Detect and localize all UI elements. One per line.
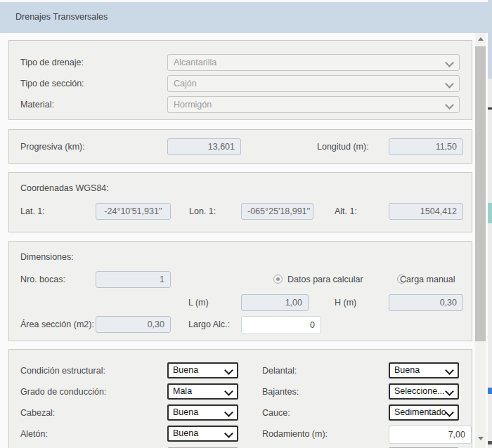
section-condicion: Condición estructural: Buena Delantal: B… bbox=[8, 349, 472, 448]
outer-scrollbar-strip[interactable] bbox=[488, 0, 492, 448]
largo-alc-input[interactable] bbox=[241, 316, 321, 334]
section-progresiva: Progresiva (km): 13,601 Longitud (m): 11… bbox=[8, 129, 472, 164]
chevron-down-icon bbox=[224, 387, 233, 396]
scroll-down-button[interactable] bbox=[475, 433, 486, 444]
scroll-down-icon bbox=[478, 437, 484, 440]
nro-bocas-field[interactable]: 1 bbox=[96, 271, 171, 288]
tipo-drenaje-value: Alcantarilla bbox=[174, 58, 216, 67]
l-field[interactable]: 1,00 bbox=[241, 294, 309, 311]
section-coordenadas: Coordenadas WGS84: Lat. 1: -24°10'51,931… bbox=[8, 172, 472, 232]
dimensiones-title: Dimensiones: bbox=[20, 252, 74, 262]
coordenadas-title: Coordenadas WGS84: bbox=[20, 183, 109, 193]
bajantes-value: Seleccione... bbox=[394, 386, 445, 396]
condicion-estructural-select[interactable]: Buena bbox=[167, 362, 238, 378]
lat-label: Lat. 1: bbox=[20, 203, 45, 220]
h-label: H (m) bbox=[335, 294, 356, 311]
area-seccion-field[interactable]: 0,30 bbox=[96, 316, 171, 333]
longitud-label: Longitud (m): bbox=[317, 138, 369, 155]
cabezal-select[interactable]: Buena bbox=[167, 404, 238, 421]
l-label: L (m) bbox=[188, 294, 209, 311]
strip-top-segment bbox=[488, 0, 492, 79]
strip-bottom-arrow bbox=[488, 441, 492, 444]
h-field[interactable]: 0,30 bbox=[389, 294, 463, 311]
material-label: Material: bbox=[20, 96, 54, 113]
tipo-drenaje-dropdown[interactable]: Alcantarilla bbox=[167, 54, 460, 71]
rodamiento-input[interactable] bbox=[389, 426, 472, 444]
alt-label: Alt. 1: bbox=[335, 203, 357, 220]
tipo-seccion-label: Tipo de sección: bbox=[20, 75, 84, 92]
grado-conduccion-label: Grado de conducción: bbox=[20, 383, 106, 400]
radio-datos-para-calcular[interactable] bbox=[273, 275, 283, 284]
area-seccion-label: Área sección (m2): bbox=[20, 316, 94, 333]
grado-conduccion-select[interactable]: Mala bbox=[167, 383, 238, 400]
longitud-field[interactable]: 11,50 bbox=[389, 138, 463, 155]
material-dropdown[interactable]: Hormigón bbox=[167, 96, 460, 113]
strip-teal-mark bbox=[488, 203, 492, 223]
delantal-select[interactable]: Buena bbox=[389, 362, 459, 378]
scrollbar-thumb[interactable] bbox=[475, 46, 486, 341]
lat-field[interactable]: -24°10'51,931'' bbox=[96, 203, 171, 220]
chevron-down-icon bbox=[445, 366, 454, 375]
section-dimensiones: Dimensiones: Nro. bocas: 1 Datos para ca… bbox=[8, 241, 472, 341]
aleton-select[interactable]: Buena bbox=[167, 426, 238, 442]
delantal-label: Delantal: bbox=[262, 362, 297, 379]
cabezal-value: Buena bbox=[173, 407, 198, 417]
material-value: Hormigón bbox=[174, 100, 212, 110]
aleton-value: Buena bbox=[173, 428, 198, 438]
chevron-down-icon bbox=[445, 58, 454, 67]
condicion-estructural-label: Condición estructural: bbox=[20, 362, 105, 379]
radio-carga-label[interactable]: Carga manual bbox=[400, 271, 455, 288]
cauce-select[interactable]: Sedimentado bbox=[389, 404, 459, 421]
lon-field[interactable]: -065°25'18,991'' bbox=[241, 203, 313, 220]
progresiva-label: Progresiva (km): bbox=[20, 138, 85, 155]
chevron-down-icon bbox=[445, 79, 454, 88]
tipo-seccion-dropdown[interactable]: Cajón bbox=[167, 75, 460, 92]
chevron-down-icon bbox=[224, 366, 233, 375]
delantal-value: Buena bbox=[394, 365, 420, 375]
radio-datos-label[interactable]: Datos para calcular bbox=[287, 271, 363, 288]
chevron-down-icon bbox=[445, 100, 454, 110]
tipo-seccion-value: Cajón bbox=[174, 79, 197, 88]
largo-alc-label: Largo Alc.: bbox=[188, 316, 230, 333]
progresiva-field[interactable]: 13,601 bbox=[167, 138, 241, 155]
chevron-down-icon bbox=[224, 408, 233, 417]
chevron-down-icon bbox=[445, 408, 454, 417]
condicion-estructural-value: Buena bbox=[173, 365, 198, 375]
strip-blue-mark bbox=[488, 388, 492, 394]
lon-label: Lon. 1: bbox=[189, 203, 216, 220]
chevron-down-icon bbox=[224, 429, 233, 438]
tipo-drenaje-label: Tipo de drenaje: bbox=[20, 54, 84, 71]
bajantes-label: Bajantes: bbox=[262, 383, 299, 400]
section-tipo-drenaje: Tipo de drenaje: Alcantarilla Tipo de se… bbox=[8, 40, 472, 120]
cabezal-label: Cabezal: bbox=[20, 404, 55, 421]
window-titlebar: Drenajes Transversales bbox=[0, 2, 492, 33]
drenajes-window: Drenajes Transversales Tipo de drenaje: … bbox=[0, 0, 492, 448]
alt-field[interactable]: 1504,412 bbox=[389, 203, 463, 220]
nro-bocas-label: Nro. bocas: bbox=[20, 271, 65, 288]
page-title: Drenajes Transversales bbox=[15, 12, 108, 22]
scroll-up-icon bbox=[478, 37, 484, 41]
cauce-value: Sedimentado bbox=[394, 407, 446, 417]
chevron-down-icon bbox=[445, 387, 454, 396]
strip-dark-mark bbox=[488, 107, 492, 110]
cauce-label: Cauce: bbox=[262, 404, 290, 421]
bajantes-select[interactable]: Seleccione... bbox=[389, 383, 459, 400]
grado-conduccion-value: Mala bbox=[173, 386, 192, 396]
scroll-up-button[interactable] bbox=[475, 34, 486, 45]
aleton-label: Aletón: bbox=[20, 426, 48, 442]
rodamiento-label: Rodamiento (m): bbox=[262, 426, 328, 442]
